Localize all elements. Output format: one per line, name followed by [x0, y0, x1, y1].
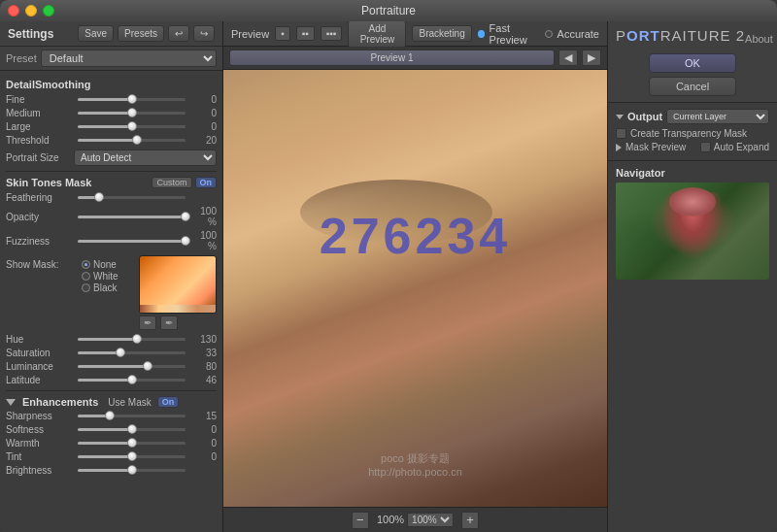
mask-preview-triangle[interactable] — [616, 144, 622, 151]
zoom-select[interactable]: 100% 50% 200% — [407, 513, 454, 527]
close-button[interactable] — [8, 5, 19, 17]
luminance-track[interactable] — [78, 365, 186, 368]
opacity-track[interactable] — [78, 216, 186, 218]
preview-label: Preview — [231, 28, 269, 40]
tint-slider-row: Tint 0 — [6, 451, 217, 462]
presets-button[interactable]: Presets — [118, 25, 164, 42]
output-section: Output Current Layer New Layer Create Tr… — [608, 103, 777, 161]
on-badge[interactable]: On — [195, 177, 218, 188]
fast-preview-option[interactable]: Fast Preview — [478, 22, 539, 46]
softness-track[interactable] — [78, 428, 186, 431]
color-swatch[interactable] — [139, 255, 217, 314]
navigator-label: Navigator — [616, 167, 769, 179]
radio-white-row[interactable]: White — [82, 271, 118, 282]
luminance-slider-row: Luminance 80 — [6, 361, 217, 372]
radio-none[interactable] — [82, 260, 90, 269]
brightness-track[interactable] — [78, 469, 186, 472]
watermark-line1: poco 摄影专题 — [368, 451, 462, 466]
about-link[interactable]: About — [745, 33, 773, 45]
radio-black[interactable] — [82, 283, 90, 292]
output-select[interactable]: Current Layer New Layer — [666, 109, 769, 124]
navigator-section: Navigator — [608, 161, 777, 532]
accurate-radio[interactable] — [545, 30, 553, 38]
minimize-button[interactable] — [25, 5, 37, 17]
watermark-line2: http://photo.poco.cn — [368, 466, 462, 478]
fuzziness-track[interactable] — [78, 240, 186, 243]
latitude-track[interactable] — [78, 379, 186, 382]
fuzziness-slider-row: Fuzziness 100 % — [6, 230, 217, 251]
ok-button[interactable]: OK — [649, 53, 736, 73]
mask-preview-row: Mask Preview Auto Expand — [616, 142, 769, 152]
eyedropper-btn-2[interactable]: ✒ — [160, 316, 178, 330]
brightness-label: Brightness — [6, 465, 74, 476]
warmth-track[interactable] — [78, 442, 186, 445]
undo-button[interactable]: ↩ — [168, 25, 189, 42]
skin-tones-title: Skin Tones Mask — [6, 177, 91, 188]
feathering-track[interactable] — [78, 196, 186, 199]
show-mask-section: Show Mask: None White — [6, 259, 133, 293]
preview-tab-1[interactable]: Preview 1 — [229, 50, 555, 66]
brand: PORTRAITURE 2 — [616, 27, 745, 44]
preview-image-area[interactable]: 276234 poco 摄影专题 http://photo.poco.cn — [223, 70, 607, 507]
hue-label: Hue — [6, 334, 74, 345]
next-tab-btn[interactable]: ▶ — [582, 50, 601, 66]
show-mask-label: Show Mask: — [6, 259, 74, 293]
radio-white[interactable] — [82, 272, 90, 281]
accurate-option[interactable]: Accurate — [545, 28, 599, 40]
portrait-size-label: Portrait Size — [6, 152, 74, 163]
bracketing-button[interactable]: Bracketing — [412, 25, 471, 42]
feathering-label: Feathering — [6, 192, 74, 203]
multi-view-btn[interactable]: ▪▪▪ — [321, 26, 343, 41]
redo-button[interactable]: ↪ — [193, 25, 215, 42]
enhancements-header: Enhancements Use Mask On — [6, 396, 217, 408]
add-preview-button[interactable]: Add Preview — [348, 20, 406, 48]
preview-toolbar: Preview ▪ ▪▪ ▪▪▪ Add Preview Bracketing … — [223, 21, 607, 47]
auto-expand-checkbox[interactable] — [700, 142, 711, 152]
radio-none-row[interactable]: None — [82, 259, 118, 270]
center-panel: Preview ▪ ▪▪ ▪▪▪ Add Preview Bracketing … — [223, 21, 607, 532]
luminance-label: Luminance — [6, 361, 74, 372]
enhancements-on-badge[interactable]: On — [157, 396, 180, 408]
custom-badge[interactable]: Custom — [152, 177, 191, 188]
transparency-checkbox[interactable] — [616, 128, 626, 139]
window-controls[interactable] — [8, 5, 54, 17]
zoom-out-button[interactable]: − — [352, 512, 369, 529]
threshold-value: 20 — [189, 135, 217, 146]
threshold-track[interactable] — [78, 139, 186, 142]
prev-tab-btn[interactable]: ◀ — [558, 50, 578, 66]
warmth-slider-row: Warmth 0 — [6, 438, 217, 449]
transparency-row: Create Transparency Mask — [616, 128, 769, 139]
use-mask-label: Use Mask — [108, 397, 151, 408]
maximize-button[interactable] — [43, 5, 54, 17]
medium-track[interactable] — [78, 112, 186, 115]
saturation-track[interactable] — [78, 351, 186, 354]
save-button[interactable]: Save — [78, 25, 114, 42]
saturation-value: 33 — [189, 348, 217, 358]
enhancements-toggle[interactable] — [6, 399, 16, 406]
preset-select[interactable]: Default — [41, 50, 217, 67]
left-panel: Settings Save Presets ↩ ↪ Preset Default… — [0, 21, 223, 532]
tint-track[interactable] — [78, 455, 186, 458]
saturation-label: Saturation — [6, 348, 74, 358]
navigator-thumbnail[interactable] — [616, 183, 769, 280]
threshold-slider-row: Threshold 20 — [6, 135, 217, 146]
zoom-in-button[interactable]: + — [461, 512, 479, 529]
latitude-value: 46 — [189, 375, 217, 385]
split-view-btn[interactable]: ▪▪ — [296, 26, 315, 41]
latitude-slider-row: Latitude 46 — [6, 375, 217, 385]
fast-preview-radio[interactable] — [478, 30, 485, 38]
single-view-btn[interactable]: ▪ — [275, 26, 290, 41]
eyedropper-btn-1[interactable]: ✒ — [139, 316, 156, 330]
hue-track[interactable] — [78, 338, 186, 341]
large-label: Large — [6, 121, 74, 132]
portrait-size-select[interactable]: Auto Detect — [74, 150, 217, 166]
radio-black-row[interactable]: Black — [82, 283, 118, 293]
ok-cancel-area: OK Cancel — [616, 53, 769, 96]
sharpness-track[interactable] — [78, 415, 186, 417]
auto-expand-label: Auto Expand — [714, 142, 769, 152]
detail-smoothing-title: DetailSmoothing — [6, 79, 217, 90]
large-track[interactable] — [78, 125, 186, 128]
fine-track[interactable] — [78, 98, 186, 101]
threshold-label: Threshold — [6, 135, 74, 146]
cancel-button[interactable]: Cancel — [649, 77, 736, 96]
